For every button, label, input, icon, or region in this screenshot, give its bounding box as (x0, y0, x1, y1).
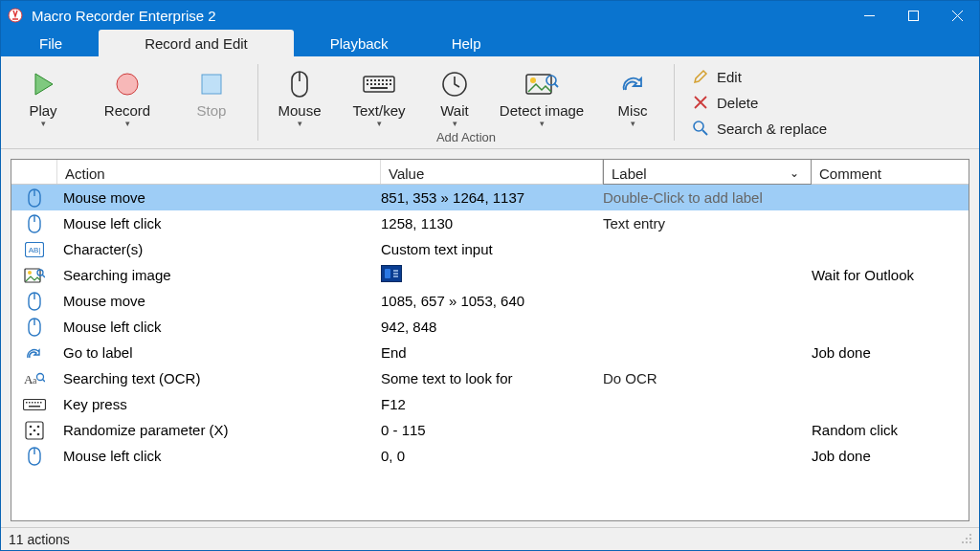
pencil-icon (692, 69, 709, 84)
svg-rect-64 (966, 541, 968, 543)
action-rows: Mouse move851, 353 » 1264, 1137Double-Cl… (11, 185, 969, 520)
chevron-down-icon: ▾ (631, 119, 635, 128)
delete-icon (692, 96, 709, 109)
svg-rect-9 (374, 79, 376, 81)
delete-label: Delete (717, 95, 758, 111)
svg-rect-61 (966, 538, 968, 540)
table-row[interactable]: Mouse left click1258, 1130Text entry (11, 210, 969, 236)
textkey-button[interactable]: Text/key ▾ (337, 62, 421, 130)
cell-comment: Job done (812, 344, 969, 361)
menu-tabs: File Record and Edit Playback Help (1, 30, 979, 56)
column-value[interactable]: Value (381, 160, 603, 184)
svg-rect-62 (969, 538, 971, 540)
wait-button[interactable]: Wait ▾ (421, 62, 488, 130)
svg-rect-50 (40, 402, 42, 404)
close-button[interactable] (935, 1, 979, 30)
maximize-button[interactable] (891, 1, 935, 30)
cell-comment: Job done (812, 448, 969, 464)
table-row[interactable]: AaSearching text (OCR)Some text to look … (11, 365, 969, 391)
play-button[interactable]: Play ▾ (1, 62, 85, 130)
table-row[interactable]: AB|Character(s)Custom text input (11, 236, 969, 262)
maximize-icon (908, 11, 919, 21)
mouse-icon (11, 188, 57, 208)
ribbon-separator (257, 64, 258, 141)
column-comment[interactable]: Comment (812, 160, 969, 184)
ribbon-separator (674, 64, 675, 141)
action-list: Action Value Label ⌄ Comment Mouse move8… (11, 159, 969, 521)
svg-rect-13 (390, 79, 391, 81)
chevron-down-icon: ▾ (540, 119, 545, 128)
cell-value: 851, 353 » 1264, 1137 (381, 189, 603, 206)
svg-rect-8 (370, 79, 372, 81)
status-count: 11 actions (9, 532, 70, 547)
table-row[interactable]: Mouse left click942, 848 (11, 314, 969, 340)
svg-rect-36 (385, 269, 390, 278)
svg-rect-17 (378, 83, 380, 85)
svg-point-24 (530, 77, 536, 83)
svg-rect-3 (202, 75, 221, 94)
cell-action: Go to label (57, 344, 381, 361)
tab-help[interactable]: Help (425, 30, 508, 56)
table-row[interactable]: Mouse move851, 353 » 1264, 1137Double-Cl… (11, 185, 969, 210)
column-action[interactable]: Action (57, 160, 381, 184)
svg-rect-15 (370, 83, 372, 85)
svg-point-2 (117, 74, 138, 95)
svg-point-54 (37, 425, 40, 428)
mouse-icon (11, 318, 57, 337)
table-row[interactable]: Go to labelEndJob done (11, 340, 969, 365)
minimize-button[interactable] (847, 1, 891, 30)
cell-value (381, 265, 603, 285)
table-row[interactable]: Randomize parameter (X)0 - 115Random cli… (11, 417, 969, 443)
cell-action: Mouse move (57, 293, 381, 309)
cell-label[interactable]: Double-Click to add label (603, 189, 812, 206)
svg-rect-21 (370, 87, 388, 89)
ribbon-group-add-action: Mouse ▾ Text/key ▾ Wait ▾ (262, 56, 670, 148)
svg-rect-63 (962, 541, 964, 543)
search-icon (692, 121, 709, 136)
cell-value: End (381, 344, 603, 361)
svg-text:AB|: AB| (29, 246, 41, 254)
svg-rect-47 (32, 402, 33, 404)
column-icon[interactable] (11, 160, 57, 184)
cell-value: Custom text input (381, 241, 603, 257)
char-icon: AB| (11, 242, 57, 257)
table-row[interactable]: Searching imageWait for Outlook (11, 262, 969, 288)
record-button[interactable]: Record ▾ (85, 62, 169, 130)
detect-image-button[interactable]: Detect image ▾ (488, 62, 595, 130)
table-row[interactable]: Key pressF12 (11, 391, 969, 417)
misc-button[interactable]: Misc ▾ (595, 62, 670, 130)
value-thumbnail-icon (381, 265, 402, 282)
edit-button[interactable]: Edit (692, 69, 827, 85)
svg-rect-20 (390, 83, 391, 85)
delete-button[interactable]: Delete (692, 95, 827, 111)
svg-rect-18 (382, 83, 384, 85)
keyboard-icon (11, 397, 57, 412)
mouse-icon (11, 292, 57, 311)
tab-file[interactable]: File (3, 30, 99, 56)
svg-rect-11 (382, 79, 384, 81)
tab-playback[interactable]: Playback (294, 30, 425, 56)
cell-action: Searching text (OCR) (57, 370, 381, 386)
table-row[interactable]: Mouse left click0, 0Job done (11, 443, 969, 469)
svg-point-57 (37, 432, 40, 435)
table-row[interactable]: Mouse move1085, 657 » 1053, 640 (11, 288, 969, 314)
chevron-down-icon: ▾ (125, 119, 130, 128)
app-icon (1, 8, 30, 23)
mouse-button[interactable]: Mouse ▾ (262, 62, 337, 130)
stop-button[interactable]: Stop (169, 62, 254, 130)
cell-value: 0 - 115 (381, 422, 603, 438)
keyboard-icon (363, 66, 395, 102)
svg-point-34 (28, 271, 32, 275)
cell-label[interactable]: Text entry (603, 215, 812, 231)
column-label-dropdown[interactable]: Label ⌄ (603, 159, 812, 185)
svg-point-53 (30, 425, 33, 428)
chevron-down-icon: ▾ (41, 119, 46, 128)
play-icon (30, 66, 56, 102)
cell-label[interactable]: Do OCR (603, 370, 812, 386)
svg-rect-14 (367, 83, 368, 85)
mouse-icon (11, 214, 57, 233)
cell-value: 942, 848 (381, 319, 603, 335)
search-replace-button[interactable]: Search & replace (692, 121, 827, 137)
resize-grip-icon[interactable] (962, 534, 973, 545)
tab-record-and-edit[interactable]: Record and Edit (99, 30, 294, 56)
